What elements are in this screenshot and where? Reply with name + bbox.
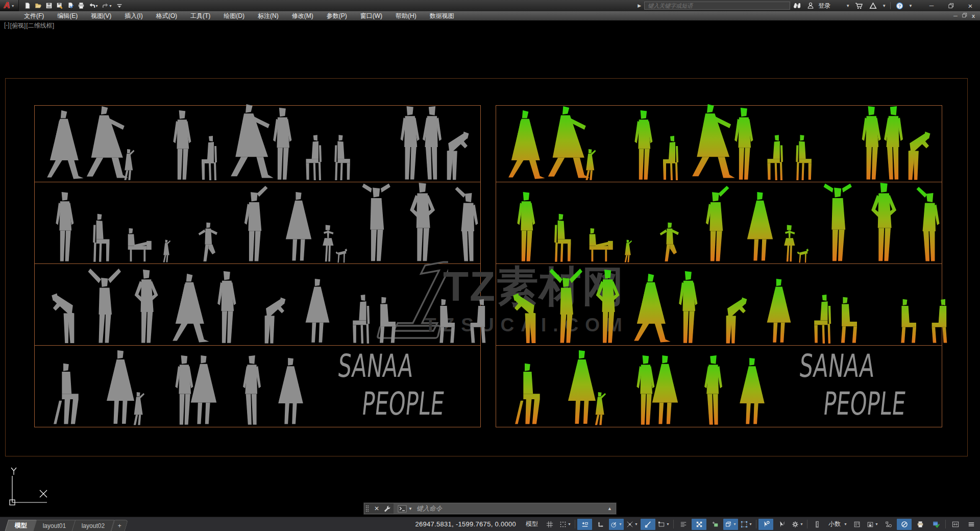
recent-commands-caret-icon[interactable]: ▼ [408, 506, 412, 511]
help-caret-icon[interactable]: ▼ [906, 4, 915, 8]
figure-bowing[interactable] [265, 297, 286, 343]
menu-data-view[interactable]: 数据视图 [423, 11, 461, 20]
ucs-icon[interactable] [8, 457, 59, 509]
figure-cheer[interactable] [88, 269, 121, 343]
object-snap-tracking-caret-icon[interactable]: ▼ [634, 522, 638, 526]
figure-standA[interactable] [173, 110, 191, 180]
object-snap-button[interactable] [641, 519, 655, 530]
search-expand-icon[interactable]: ▶ [638, 3, 641, 8]
restore-button[interactable] [941, 0, 961, 11]
figure-standA[interactable] [56, 192, 74, 261]
dynamic-ucs-button[interactable]: ▼ [723, 519, 738, 530]
figure-dressStand[interactable] [286, 192, 311, 260]
command-close-icon[interactable]: ✕ [371, 505, 382, 512]
open-file-button[interactable] [34, 1, 43, 10]
undo-caret-icon[interactable]: ▼ [95, 4, 99, 8]
figure-kick[interactable] [199, 223, 217, 261]
selection-filtering-button[interactable]: ▼ [739, 519, 754, 530]
figure-walkB[interactable] [548, 106, 590, 178]
ortho-mode-button[interactable] [593, 519, 608, 530]
figure-dressStand[interactable] [191, 355, 216, 424]
menu-window[interactable]: 窗口(W) [354, 11, 389, 20]
figure-sitChair[interactable] [814, 295, 831, 344]
settings-gear-caret-icon[interactable]: ▼ [800, 522, 803, 526]
doc-close-button[interactable]: x [972, 13, 975, 19]
figure-sitChair[interactable] [202, 136, 217, 180]
figure-headHands[interactable] [362, 184, 390, 261]
figure-standA[interactable] [734, 108, 753, 180]
menu-dimension[interactable]: 标注(N) [251, 11, 285, 20]
close-button[interactable]: × [961, 0, 980, 11]
polar-tracking-caret-icon[interactable]: ▼ [619, 522, 622, 526]
doc-restore-button[interactable] [962, 13, 967, 19]
isolate-objects-button[interactable] [881, 519, 896, 530]
clean-screen-button[interactable] [948, 519, 963, 530]
a360-caret-icon[interactable]: ▼ [880, 4, 888, 8]
drag-handle-icon[interactable] [365, 505, 369, 513]
plot-details-button[interactable] [928, 519, 943, 530]
viewport-menu-control[interactable]: [-] [4, 21, 10, 30]
figure-standA[interactable] [679, 271, 697, 343]
undo-button[interactable]: ▼ [87, 1, 100, 10]
figure-sitChair[interactable] [796, 135, 812, 180]
figure-sitChair[interactable] [353, 295, 370, 344]
redo-caret-icon[interactable]: ▼ [109, 4, 112, 8]
doc-minimize-button[interactable]: ─ [953, 13, 958, 19]
figure-dog[interactable] [797, 249, 808, 262]
new-file-button[interactable] [23, 1, 32, 10]
selection-cycling-button[interactable] [692, 519, 706, 530]
figure-walkB[interactable] [692, 104, 735, 178]
figure-clasp[interactable] [871, 183, 896, 261]
plot-export-button[interactable] [66, 1, 75, 10]
figure-walkB[interactable] [87, 106, 128, 178]
menu-help[interactable]: 帮助(H) [389, 11, 423, 20]
figure-standA[interactable] [243, 355, 261, 425]
tab-layout01[interactable]: layout01 [33, 520, 76, 531]
figure-headHands[interactable] [824, 184, 852, 261]
lock-ui-button[interactable]: ▼ [865, 519, 880, 530]
units-format-button[interactable]: 小数▼ [825, 519, 848, 530]
figure-sitChair[interactable] [663, 136, 678, 180]
tab-add-layout[interactable]: + [111, 520, 128, 531]
figure-standA[interactable] [634, 110, 652, 180]
menu-insert[interactable]: 插入(I) [118, 11, 149, 20]
figure-walkA[interactable] [508, 110, 545, 179]
command-settings-button[interactable] [382, 505, 394, 512]
annotation-monitor-button[interactable] [849, 519, 864, 530]
tab-model[interactable]: 模型 [5, 520, 37, 531]
snap-mode-button[interactable]: ▼ [558, 519, 573, 530]
figure-armup[interactable] [706, 186, 729, 261]
figure-walkA[interactable] [47, 110, 83, 179]
sanaa-title-right-line2[interactable]: PEOPLE [822, 388, 907, 420]
figure-childR[interactable] [163, 240, 171, 262]
command-line-bar[interactable]: ✕ ▼ 键入命令 ▲ [363, 502, 617, 515]
recent-commands-button[interactable] [398, 505, 407, 513]
transparency-button[interactable] [676, 519, 691, 530]
units-format-caret-icon[interactable]: ▼ [844, 522, 847, 526]
figure-walkA[interactable] [173, 274, 209, 342]
selection-filtering-caret-icon[interactable]: ▼ [749, 522, 752, 526]
figure-standA[interactable] [401, 106, 420, 180]
account-button[interactable] [804, 0, 817, 11]
figure-bowing[interactable] [52, 294, 74, 344]
figure-bowing[interactable] [909, 132, 930, 180]
figure-bowing[interactable] [726, 297, 747, 343]
figure-dressStand[interactable] [278, 358, 303, 424]
help-button[interactable]: ? [893, 0, 906, 11]
figure-armup[interactable] [917, 187, 940, 261]
figure-standA[interactable] [517, 192, 535, 261]
a360-button[interactable] [866, 0, 880, 11]
redo-button[interactable]: ▼ [101, 1, 113, 10]
menu-format[interactable]: 格式(O) [150, 11, 184, 20]
figure-dressStand[interactable] [568, 350, 596, 424]
menu-parametric[interactable]: 参数(P) [320, 11, 354, 20]
figure-benchSit[interactable] [841, 297, 857, 343]
grid-display-button[interactable] [542, 519, 557, 530]
save-as-button[interactable] [55, 1, 64, 10]
3d-object-snap-button[interactable] [707, 519, 722, 530]
figure-sitChair[interactable] [306, 135, 322, 180]
minimize-button[interactable]: ─ [922, 0, 941, 11]
figure-stoolSit[interactable] [515, 364, 540, 424]
search-button[interactable] [790, 0, 804, 11]
tab-layout02[interactable]: layout02 [72, 520, 115, 531]
